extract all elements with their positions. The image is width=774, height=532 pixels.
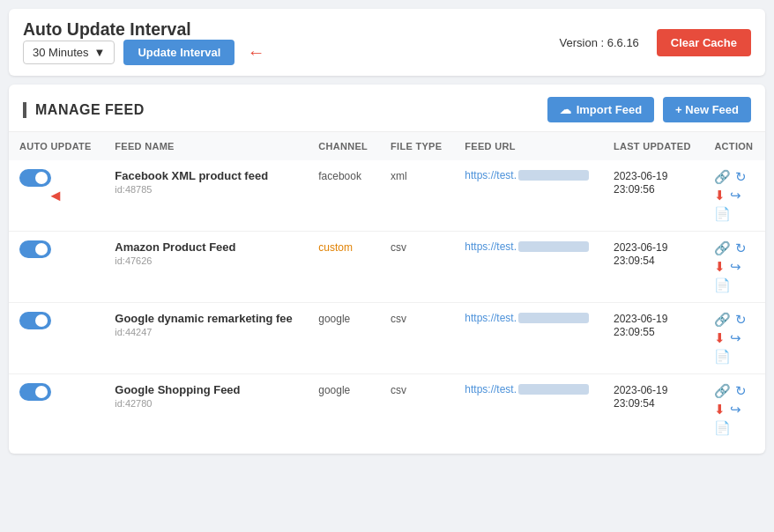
last-updated-text: 2023-06-1923:09:55 xyxy=(614,313,667,338)
feed-url-cell: https://test. xyxy=(454,374,603,446)
top-card-left: Auto Update Interval 30 Minutes ▼ Update… xyxy=(23,19,264,65)
feed-url-cell: https://test. xyxy=(454,232,603,303)
last-updated-text: 2023-06-1923:09:56 xyxy=(614,170,667,196)
feed-name-cell: Google dynamic remarketing feeid:44247 xyxy=(104,303,308,374)
document-icon[interactable]: 📄 xyxy=(714,206,731,222)
feed-table-container: AUTO UPDATE FEED NAME CHANNEL FILE TYPE … xyxy=(9,132,765,454)
share-icon[interactable]: ↪ xyxy=(730,259,741,275)
refresh-icon[interactable]: ↻ xyxy=(735,240,747,256)
feed-table: AUTO UPDATE FEED NAME CHANNEL FILE TYPE … xyxy=(9,132,765,445)
external-link-icon[interactable]: 🔗 xyxy=(714,169,731,185)
table-row: ◄Facebook XML product feedid:48785facebo… xyxy=(9,160,765,232)
feed-url-blur xyxy=(518,170,589,181)
feed-name-cell: Facebook XML product feedid:48785 xyxy=(104,160,308,232)
file-type-label: xml xyxy=(391,170,407,182)
action-cell: 🔗 ↻ ⬇ ↪ 📄 xyxy=(703,303,765,374)
action-row-2: ⬇ ↪ xyxy=(714,259,755,275)
channel-cell: google xyxy=(308,374,380,446)
action-row-2: ⬇ ↪ xyxy=(714,188,755,203)
new-feed-button[interactable]: + New Feed xyxy=(663,97,751,122)
channel-cell: google xyxy=(308,303,380,374)
share-icon[interactable]: ↪ xyxy=(730,188,741,203)
chevron-down-icon: ▼ xyxy=(94,46,106,59)
document-icon[interactable]: 📄 xyxy=(714,349,731,365)
refresh-icon[interactable]: ↻ xyxy=(735,169,747,185)
import-feed-button[interactable]: ☁ Import Feed xyxy=(547,97,654,122)
cloud-upload-icon: ☁ xyxy=(560,103,571,116)
action-icons-group: 🔗 ↻ ⬇ ↪ 📄 xyxy=(714,169,755,222)
auto-update-title: Auto Update Interval xyxy=(23,19,264,40)
last-updated-cell: 2023-06-1923:09:54 xyxy=(603,232,703,303)
channel-label: facebook xyxy=(318,170,361,182)
action-row-3: 📄 xyxy=(714,349,755,365)
document-icon[interactable]: 📄 xyxy=(714,420,731,436)
share-icon[interactable]: ↪ xyxy=(730,330,741,346)
feed-url-blur xyxy=(518,241,589,252)
feed-url-text[interactable]: https://test. xyxy=(465,240,517,253)
external-link-icon[interactable]: 🔗 xyxy=(714,383,731,399)
import-feed-label: Import Feed xyxy=(577,103,642,116)
auto-update-cell xyxy=(9,374,104,446)
feed-table-head: AUTO UPDATE FEED NAME CHANNEL FILE TYPE … xyxy=(9,132,765,160)
channel-label: custom xyxy=(318,241,353,254)
auto-update-toggle[interactable] xyxy=(19,312,51,329)
auto-update-toggle[interactable] xyxy=(19,240,51,258)
table-row: Google dynamic remarketing feeid:44247go… xyxy=(9,303,765,374)
action-row-1: 🔗 ↻ xyxy=(714,240,755,256)
action-cell: 🔗 ↻ ⬇ ↪ 📄 xyxy=(703,160,765,232)
feed-id-text: id:44247 xyxy=(115,327,297,337)
action-cell: 🔗 ↻ ⬇ ↪ 📄 xyxy=(703,232,765,303)
header-actions: ☁ Import Feed + New Feed xyxy=(547,97,751,122)
external-link-icon[interactable]: 🔗 xyxy=(714,240,731,256)
col-action: ACTION xyxy=(703,132,765,160)
refresh-icon[interactable]: ↻ xyxy=(735,312,747,328)
feed-url-text[interactable]: https://test. xyxy=(465,312,517,324)
red-arrow-indicator: ◄ xyxy=(48,187,63,205)
col-channel: CHANNEL xyxy=(308,132,380,160)
last-updated-cell: 2023-06-1923:09:56 xyxy=(603,160,703,232)
action-row-3: 📄 xyxy=(714,277,755,293)
main-card: MANAGE FEED ☁ Import Feed + New Feed AUT… xyxy=(9,85,765,454)
top-card: Auto Update Interval 30 Minutes ▼ Update… xyxy=(9,9,765,76)
download-icon[interactable]: ⬇ xyxy=(714,402,726,417)
download-icon[interactable]: ⬇ xyxy=(714,188,726,203)
auto-update-toggle[interactable] xyxy=(19,383,51,401)
feed-id-text: id:47626 xyxy=(115,255,297,266)
action-row-1: 🔗 ↻ xyxy=(714,383,755,399)
feed-name-text: Facebook XML product feed xyxy=(115,169,297,182)
document-icon[interactable]: 📄 xyxy=(714,277,731,293)
download-icon[interactable]: ⬇ xyxy=(714,330,726,346)
refresh-icon[interactable]: ↻ xyxy=(735,383,747,399)
update-interval-button[interactable]: Update Interval xyxy=(123,40,234,65)
action-row-1: 🔗 ↻ xyxy=(714,169,755,185)
file-type-cell: csv xyxy=(380,232,454,303)
feed-name-text: Amazon Product Feed xyxy=(115,240,297,254)
col-file-type: FILE TYPE xyxy=(380,132,454,160)
channel-cell: facebook xyxy=(308,160,380,232)
feed-url-blur xyxy=(518,384,589,395)
auto-update-cell xyxy=(9,232,104,303)
action-icons-group: 🔗 ↻ ⬇ ↪ 📄 xyxy=(714,383,755,436)
share-icon[interactable]: ↪ xyxy=(730,402,741,417)
col-feed-name: FEED NAME xyxy=(104,132,308,160)
auto-update-toggle[interactable] xyxy=(19,169,51,187)
download-icon[interactable]: ⬇ xyxy=(714,259,726,275)
interval-select[interactable]: 30 Minutes ▼ xyxy=(23,41,115,64)
version-label: Version : 6.6.16 xyxy=(560,36,639,49)
file-type-cell: csv xyxy=(380,374,454,446)
new-feed-label: + New Feed xyxy=(675,103,739,116)
col-auto-update: AUTO UPDATE xyxy=(9,132,104,160)
feed-url-text[interactable]: https://test. xyxy=(465,169,517,181)
file-type-label: csv xyxy=(391,384,406,396)
file-type-cell: xml xyxy=(380,160,454,232)
col-last-updated: LAST UPDATED xyxy=(603,132,703,160)
file-type-label: csv xyxy=(391,313,406,325)
last-updated-cell: 2023-06-1923:09:54 xyxy=(603,374,703,446)
external-link-icon[interactable]: 🔗 xyxy=(714,312,731,328)
top-card-right: Version : 6.6.16 Clear Cache xyxy=(560,29,752,56)
last-updated-cell: 2023-06-1923:09:55 xyxy=(603,303,703,374)
clear-cache-button[interactable]: Clear Cache xyxy=(657,29,751,56)
feed-id-text: id:48785 xyxy=(115,184,297,195)
action-row-2: ⬇ ↪ xyxy=(714,402,755,417)
feed-url-text[interactable]: https://test. xyxy=(465,383,517,395)
